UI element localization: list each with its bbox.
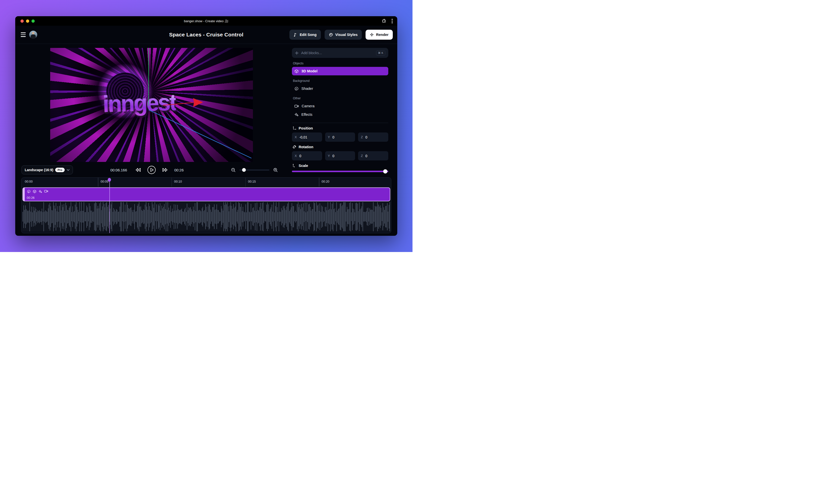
waveform-bar [324, 212, 324, 221]
waveform-bar [243, 207, 243, 227]
waveform-bar [372, 210, 373, 224]
waveform-bar [78, 210, 78, 224]
waveform-bar [158, 204, 159, 229]
scale-slider[interactable] [292, 171, 388, 172]
clip-left-handle[interactable] [23, 188, 25, 201]
waveform-bar [297, 204, 297, 230]
waveform-bar [292, 203, 292, 231]
waveform-bar [65, 202, 66, 231]
other-section-label: Other [293, 97, 387, 100]
waveform-bar [43, 212, 43, 221]
waveform-bar [206, 207, 207, 227]
waveform-bar [286, 206, 287, 227]
waveform-bar [144, 210, 145, 224]
menu-icon[interactable] [21, 32, 26, 37]
timeline-ruler[interactable]: 00:00 00:05 00:10 00:15 00:20 [21, 178, 391, 187]
rewind-button[interactable] [135, 168, 141, 172]
waveform-bar [76, 202, 76, 231]
transform-gizmo[interactable] [50, 48, 253, 162]
waveform-bar [247, 202, 248, 231]
edit-song-button[interactable]: Edit Song [289, 30, 321, 40]
waveform-bar [264, 211, 264, 223]
render-button[interactable]: Render [366, 30, 393, 40]
zoom-slider-thumb[interactable] [242, 168, 246, 172]
waveform-bar [203, 207, 203, 227]
rotation-y-field[interactable]: Y 0 [325, 151, 355, 160]
waveform-bar [384, 210, 385, 224]
waveform-bar [346, 212, 346, 222]
visual-styles-button[interactable]: Visual Styles [324, 30, 362, 40]
audio-waveform[interactable] [22, 202, 390, 231]
waveform-bar [389, 205, 389, 228]
waveform-bar [207, 212, 208, 222]
waveform-bar [287, 203, 288, 230]
waveform-bar [188, 210, 188, 223]
waveform-bar [286, 210, 286, 224]
playhead-handle[interactable] [108, 178, 111, 182]
waveform-bar [211, 209, 211, 224]
video-camera-icon [294, 104, 299, 108]
waveform-bar [107, 207, 108, 227]
zoom-out-icon[interactable] [231, 168, 236, 172]
zoom-in-icon[interactable] [273, 168, 278, 172]
zoom-slider[interactable] [239, 169, 270, 171]
waveform-bar [306, 212, 306, 221]
waveform-bar [231, 206, 232, 227]
waveform-bar [276, 202, 277, 231]
waveform-bar [33, 207, 33, 226]
sidebar-item-effects[interactable]: Effects [292, 110, 388, 119]
waveform-bar [273, 212, 273, 222]
waveform-bar [129, 209, 130, 225]
waveform-bar [325, 207, 325, 226]
waveform-bar [99, 208, 99, 225]
waveform-bar [39, 210, 40, 223]
waveform-bar [246, 212, 247, 221]
waveform-bar [115, 209, 115, 224]
waveform-bar [314, 203, 315, 230]
waveform-bar [266, 212, 266, 222]
sidebar-item-3d-model[interactable]: 3D Model [292, 67, 388, 75]
sidebar-item-shader[interactable]: Shader [292, 84, 388, 93]
waveform-bar [208, 206, 208, 227]
position-x-field[interactable]: X -0,01 [292, 133, 322, 142]
waveform-bar [327, 202, 328, 231]
waveform-bar [147, 206, 147, 227]
ruler-gridline [319, 178, 319, 187]
play-button[interactable] [147, 166, 156, 174]
waveform-bar [133, 212, 133, 221]
waveform-bar [211, 212, 212, 221]
waveform-bar [196, 211, 196, 222]
waveform-bar [85, 212, 86, 221]
waveform-bar [41, 211, 42, 222]
waveform-bar [291, 207, 291, 226]
waveform-bar [321, 205, 322, 228]
rotation-z-field[interactable]: Z 0 [358, 151, 388, 160]
waveform-bar [42, 208, 42, 225]
video-preview[interactable]: inngest [50, 48, 253, 162]
sidebar-item-camera[interactable]: Camera [292, 102, 388, 110]
waveform-bar [192, 211, 193, 222]
avatar[interactable] [29, 31, 37, 39]
waveform-bar [53, 202, 54, 231]
waveform-bar [96, 203, 96, 230]
rotation-x-field[interactable]: X 0 [292, 151, 322, 160]
waveform-bar [285, 208, 285, 225]
waveform-bar [359, 202, 360, 231]
waveform-bar [335, 212, 336, 221]
position-z-field[interactable]: Z 0 [358, 133, 388, 142]
waveform-bar [319, 211, 319, 223]
waveform-bar [255, 203, 255, 231]
timeline-clip[interactable]: 00:26 [22, 187, 390, 201]
waveform-bar [56, 203, 56, 231]
position-y-field[interactable]: Y 0 [325, 133, 355, 142]
waveform-bar [279, 202, 279, 231]
aspect-ratio-dropdown[interactable]: Landscape (16:9) Pro [21, 165, 73, 174]
waveform-bar [97, 208, 97, 225]
add-blocks-button[interactable]: Add blocks... ⌘ K [292, 48, 388, 58]
waveform-bar [383, 207, 384, 226]
waveform-bar [176, 210, 177, 223]
waveform-bar [36, 212, 37, 221]
fast-forward-button[interactable] [162, 168, 168, 172]
waveform-bar [120, 206, 120, 227]
scale-slider-thumb[interactable] [383, 169, 387, 174]
